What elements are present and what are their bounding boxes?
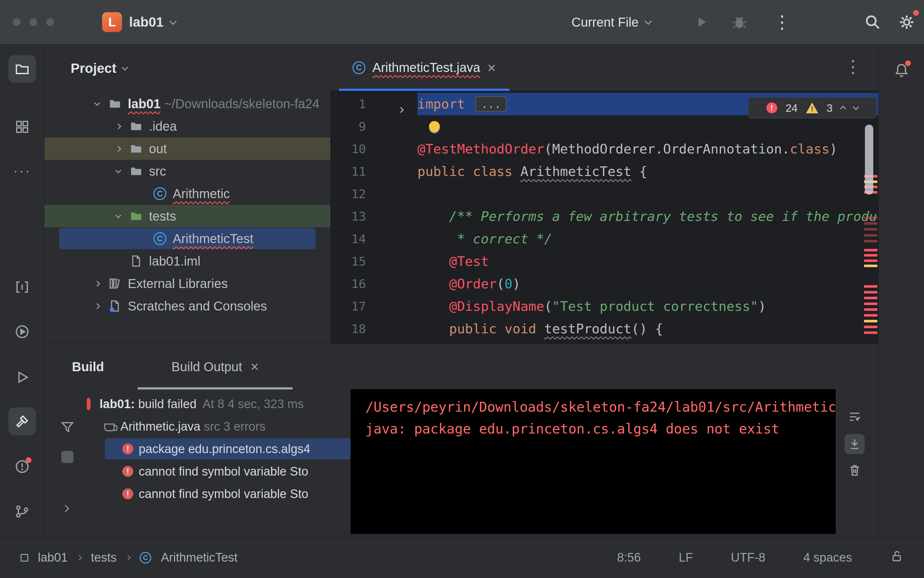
expand-button[interactable] (63, 506, 68, 513)
fold-toggle-icon[interactable] (399, 101, 403, 115)
tree-row-lab01[interactable]: lab01 ~/Downloads/skeleton-fa24 (44, 93, 331, 115)
breadcrumb-item-file[interactable]: ArithmeticTest (161, 551, 238, 565)
code-line-18[interactable]: 18 public void testProduct() { (331, 318, 879, 340)
more-actions-button[interactable]: ⋮ (770, 11, 794, 34)
tree-row-out[interactable]: out (44, 138, 331, 160)
window-minimize-button[interactable] (29, 18, 37, 26)
project-tool-button[interactable] (8, 55, 36, 83)
debug-button[interactable] (728, 11, 751, 34)
tree-row-scratches-and-consoles[interactable]: Scratches and Consoles (44, 295, 331, 317)
stripe-mark-red[interactable] (864, 254, 877, 257)
code-line-13[interactable]: 13 /** Performs a few arbitrary tests to… (331, 205, 879, 228)
editor-content[interactable]: 1import ...910@TestMethodOrder(MethodOrd… (331, 91, 879, 344)
cursor-position-widget[interactable]: 8:56 (617, 551, 641, 565)
search-everywhere-button[interactable] (861, 11, 884, 34)
tree-row-arithmetic[interactable]: CArithmetic (44, 182, 331, 205)
editor-tab[interactable]: C ArithmeticTest.java × (339, 44, 509, 91)
build-output-tab[interactable]: Build Output × (138, 344, 293, 390)
notifications-button[interactable] (888, 57, 915, 84)
run-button[interactable] (690, 11, 713, 34)
build-tool-button[interactable] (8, 408, 36, 435)
project-panel-header[interactable]: Project (44, 44, 331, 93)
run-tool-button[interactable] (8, 364, 36, 391)
code-line-17[interactable]: 17 @DisplayName("Test product correctnes… (331, 295, 879, 318)
tree-row-src[interactable]: src (44, 160, 331, 182)
folded-region-badge[interactable]: ... (475, 96, 507, 112)
class-icon: C (153, 187, 167, 201)
tab-options-button[interactable]: ⋮ (845, 57, 862, 77)
more-tools-button[interactable]: ··· (8, 157, 36, 185)
window-close-button[interactable] (13, 18, 21, 26)
version-control-tool-button[interactable] (8, 498, 36, 525)
terminal-tool-button[interactable] (8, 273, 36, 301)
stripe-mark-yellow[interactable] (864, 320, 877, 322)
scroll-to-end-icon (848, 437, 862, 451)
chevron-right-icon[interactable] (112, 147, 124, 151)
tree-label: Scratches and Consoles (128, 299, 267, 313)
stripe-mark-faded[interactable] (864, 234, 877, 237)
encoding-widget[interactable]: UTF-8 (731, 551, 765, 565)
stripe-mark-red[interactable] (864, 326, 877, 328)
line-separator-widget[interactable]: LF (679, 551, 693, 565)
chevron-right-icon[interactable] (91, 304, 103, 308)
close-icon[interactable]: × (250, 360, 259, 374)
window-zoom-button[interactable] (46, 18, 54, 26)
problems-tool-button[interactable] (8, 453, 36, 481)
chevron-down-icon[interactable] (91, 102, 103, 106)
stripe-mark-red[interactable] (864, 285, 877, 288)
code-line-12[interactable]: 12 (331, 183, 879, 205)
settings-button[interactable] (895, 11, 918, 34)
structure-tool-button[interactable] (8, 113, 36, 141)
stripe-mark-red[interactable] (864, 260, 877, 262)
stripe-mark-faded[interactable] (864, 228, 877, 231)
chevron-down-icon[interactable] (112, 169, 124, 174)
code-line-16[interactable]: 16 @Order(0) (331, 273, 879, 295)
tree-row-lab01-iml[interactable]: lab01.iml (44, 250, 331, 272)
tree-item-name: .idea (149, 119, 177, 133)
stripe-mark-red[interactable] (864, 314, 877, 317)
stripe-mark-faded[interactable] (864, 240, 877, 242)
code-line-15[interactable]: 15 @Test (331, 250, 879, 273)
stripe-mark-faded[interactable] (864, 222, 877, 225)
inspection-widget[interactable]: ! 24 ! 3 (748, 97, 877, 119)
tree-row-external-libraries[interactable]: External Libraries (44, 272, 331, 295)
tree-row-arithmetictest[interactable]: CArithmeticTest (44, 227, 331, 250)
stripe-mark-faded[interactable] (864, 216, 877, 219)
file-icon (129, 254, 143, 268)
tree-row--idea[interactable]: .idea (44, 115, 331, 138)
clear-output-button[interactable] (848, 463, 862, 479)
scroll-to-end-button[interactable] (845, 434, 865, 454)
module-icon (21, 554, 28, 562)
build-window-title[interactable]: Build (72, 344, 104, 390)
scrollbar-thumb[interactable] (865, 125, 873, 195)
readonly-toggle[interactable] (890, 549, 903, 566)
project-widget[interactable]: L lab01 (102, 0, 176, 44)
run-config-selector[interactable]: Current File (571, 0, 651, 44)
stripe-mark-red[interactable] (864, 297, 877, 299)
stripe-mark-red[interactable] (864, 302, 877, 305)
chevron-right-icon[interactable] (91, 282, 103, 286)
stripe-mark-red[interactable] (864, 291, 877, 294)
breadcrumb-item-project[interactable]: lab01 (38, 551, 68, 565)
stripe-mark-red[interactable] (864, 308, 877, 311)
stripe-mark-yellow[interactable] (864, 265, 877, 267)
services-tool-button[interactable] (8, 318, 36, 346)
indent-widget[interactable]: 4 spaces (803, 551, 852, 565)
breadcrumb-item-folder[interactable]: tests (91, 551, 117, 565)
chevron-right-icon[interactable] (112, 124, 124, 128)
gutter-line-number: 16 (331, 277, 417, 291)
code-line-14[interactable]: 14 * correct */ (331, 228, 879, 250)
tree-row-tests[interactable]: tests (44, 205, 331, 227)
intention-bulb-icon[interactable] (429, 121, 440, 132)
code-line-10[interactable]: 10@TestMethodOrder(MethodOrderer.OrderAn… (331, 138, 879, 160)
stripe-mark-red[interactable] (864, 249, 877, 252)
gutter-line-number: 13 (331, 209, 417, 224)
chevron-down-icon[interactable] (112, 214, 124, 218)
code-line-9[interactable]: 9 (331, 115, 879, 138)
stripe-mark-red[interactable] (864, 331, 877, 334)
soft-wrap-button[interactable] (848, 410, 862, 425)
previous-issue-button[interactable] (840, 106, 846, 112)
close-icon[interactable]: × (487, 60, 496, 75)
next-issue-button[interactable] (853, 104, 859, 110)
code-line-11[interactable]: 11public class ArithmeticTest { (331, 160, 879, 183)
